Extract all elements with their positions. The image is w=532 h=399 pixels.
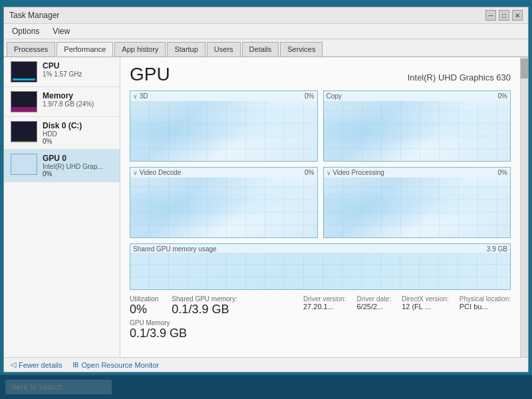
footer-bar: ◁ Fewer details ⊞ Open Resource Monitor	[4, 357, 528, 372]
sidebar-item-cpu[interactable]: CPU 1% 1.57 GHz	[4, 57, 120, 87]
stat-shared-gpu-mem: Shared GPU memory: 0.1/3.9 GB	[172, 295, 237, 317]
open-resource-monitor-link[interactable]: ⊞ Open Resource Monitor	[72, 360, 159, 369]
memory-mini-graph	[11, 91, 37, 112]
graph-box-3d: ∨ 3D 0%	[130, 90, 318, 162]
resource-monitor-icon: ⊞	[72, 360, 78, 369]
disk-fill	[11, 141, 37, 142]
tab-startup[interactable]: Startup	[167, 42, 205, 57]
graph-vd-wavy	[130, 178, 317, 237]
shared-mem-box: Shared GPU memory usage 3.9 GB	[130, 243, 511, 290]
graph-vp-label: Video Processing	[332, 169, 384, 176]
scrollbar[interactable]	[520, 57, 528, 357]
graph-copy-label-row: Copy 0%	[324, 91, 511, 101]
graph-vp-label-row: ∨ Video Processing 0%	[324, 168, 511, 178]
sidebar: CPU 1% 1.57 GHz Memory 1.9/7.8 GB (24%)	[4, 57, 120, 357]
shared-graph-area	[130, 253, 510, 289]
sidebar-item-memory[interactable]: Memory 1.9/7.8 GB (24%)	[4, 87, 120, 117]
graph-vd-label-row: ∨ Video Decode 0%	[130, 168, 317, 178]
stat-directx-label: DirectX version:	[402, 295, 449, 303]
stats-row: Utilization 0% Shared GPU memory: 0.1/3.…	[130, 295, 511, 317]
graph-vp-percent: 0%	[498, 169, 507, 176]
main-panel: GPU Intel(R) UHD Graphics 630 ∨ 3D 0%	[120, 57, 520, 357]
taskbar-search-input[interactable]	[5, 380, 112, 394]
stat-directx-value: 12 (FL ...	[402, 303, 449, 311]
menu-view[interactable]: View	[50, 25, 72, 37]
graph-vp-chevron[interactable]: ∨	[327, 170, 331, 176]
tab-app-history[interactable]: App history	[114, 42, 166, 57]
stat-right-group: Driver version: 27.20.1... Driver date: …	[303, 295, 511, 317]
graph-3d-label-row: ∨ 3D 0%	[130, 91, 317, 101]
title-bar: Task Manager ─ □ ✕	[4, 7, 528, 24]
tab-processes[interactable]: Processes	[7, 42, 55, 57]
graph-vd-chevron[interactable]: ∨	[133, 170, 138, 176]
stat-utilization: Utilization 0%	[130, 295, 158, 317]
fewer-details-link[interactable]: ◁ Fewer details	[11, 360, 62, 369]
shared-mem-label-text: Shared GPU memory usage	[133, 245, 217, 253]
stat-driver-version-label: Driver version:	[303, 295, 346, 303]
title-bar-controls: ─ □ ✕	[485, 10, 523, 21]
stat-driver-date-value: 6/25/2...	[356, 303, 391, 311]
graph-box-copy: Copy 0%	[323, 90, 511, 162]
memory-fill	[11, 107, 37, 112]
graphs-grid-top: ∨ 3D 0% Copy 0%	[130, 90, 511, 162]
disk-info: Disk 0 (C:) HDD 0%	[43, 121, 114, 145]
sidebar-item-disk0[interactable]: Disk 0 (C:) HDD 0%	[4, 117, 120, 150]
content-area: CPU 1% 1.57 GHz Memory 1.9/7.8 GB (24%)	[4, 57, 528, 357]
menu-bar: Options View	[4, 24, 528, 39]
stat-shared-gpu-mem-label: Shared GPU memory:	[172, 295, 237, 303]
close-button[interactable]: ✕	[512, 10, 523, 21]
stat-utilization-value: 0%	[130, 303, 158, 317]
window-title: Task Manager	[9, 11, 59, 20]
stat-directx: DirectX version: 12 (FL ...	[402, 295, 449, 317]
shared-mem-size: 3.9 GB	[487, 245, 507, 253]
fewer-details-icon: ◁	[11, 360, 16, 369]
stat-driver-date-label: Driver date:	[356, 295, 391, 303]
stat-physical-loc: Physical location: PCI bu...	[460, 295, 511, 317]
stat-driver-version-value: 27.20.1...	[303, 303, 346, 311]
stat-driver-version: Driver version: 27.20.1...	[303, 295, 346, 317]
minimize-button[interactable]: ─	[485, 10, 496, 21]
maximize-button[interactable]: □	[499, 10, 509, 21]
gpu-header: GPU Intel(R) UHD Graphics 630	[130, 64, 511, 85]
graph-box-video-decode: ∨ Video Decode 0%	[130, 167, 318, 238]
scrollbar-thumb[interactable]	[521, 59, 528, 78]
graph-vd-percent: 0%	[305, 169, 314, 176]
tab-users[interactable]: Users	[207, 42, 241, 57]
stat-physical-loc-label: Physical location:	[460, 295, 511, 303]
graphs-grid-bottom: ∨ Video Decode 0% ∨ Video Processin	[130, 167, 511, 238]
stat-utilization-label: Utilization	[130, 295, 158, 303]
tab-details[interactable]: Details	[242, 42, 279, 57]
stat-gpu-mem-label: GPU Memory	[130, 319, 511, 327]
sidebar-item-gpu0[interactable]: GPU 0 Intel(R) UHD Grap... 0%	[4, 150, 120, 182]
tab-services[interactable]: Services	[280, 42, 323, 57]
gpu-section-title: GPU	[130, 64, 170, 85]
tab-bar: Processes Performance App history Startu…	[4, 39, 528, 57]
graph-copy-percent: 0%	[498, 92, 507, 100]
tab-performance[interactable]: Performance	[57, 42, 113, 57]
graph-vp-wavy	[324, 178, 511, 237]
graph-copy-area	[324, 101, 511, 161]
stat-shared-gpu-mem-value: 0.1/3.9 GB	[172, 303, 237, 317]
graph-vp-area	[324, 178, 511, 237]
graph-vd-label: Video Decode	[140, 169, 182, 176]
graph-3d-area	[130, 101, 317, 161]
graph-3d-chevron[interactable]: ∨	[133, 93, 138, 100]
menu-options[interactable]: Options	[9, 25, 42, 37]
graph-box-video-processing: ∨ Video Processing 0%	[323, 167, 511, 238]
graph-copy-wavy	[324, 101, 511, 161]
cpu-info: CPU 1% 1.57 GHz	[43, 61, 114, 78]
graph-3d-percent: 0%	[305, 92, 314, 100]
shared-mem-label-row: Shared GPU memory usage 3.9 GB	[130, 244, 510, 253]
cpu-mini-graph	[11, 61, 37, 82]
stat-driver-date: Driver date: 6/25/2...	[356, 295, 391, 317]
stat-gpu-mem-value: 0.1/3.9 GB	[130, 327, 511, 340]
disk-mini-graph	[11, 121, 37, 142]
graph-copy-label: Copy	[327, 92, 342, 100]
stat-gpu-mem-block: GPU Memory 0.1/3.9 GB	[130, 319, 511, 340]
gpu-info: GPU 0 Intel(R) UHD Grap... 0%	[43, 154, 114, 178]
gpu-full-name: Intel(R) UHD Graphics 630	[408, 72, 511, 82]
graph-3d-label: 3D	[140, 92, 148, 100]
task-manager-window: Task Manager ─ □ ✕ Options View Processe…	[3, 7, 529, 372]
graph-vd-area	[130, 178, 317, 237]
taskbar	[0, 375, 532, 399]
